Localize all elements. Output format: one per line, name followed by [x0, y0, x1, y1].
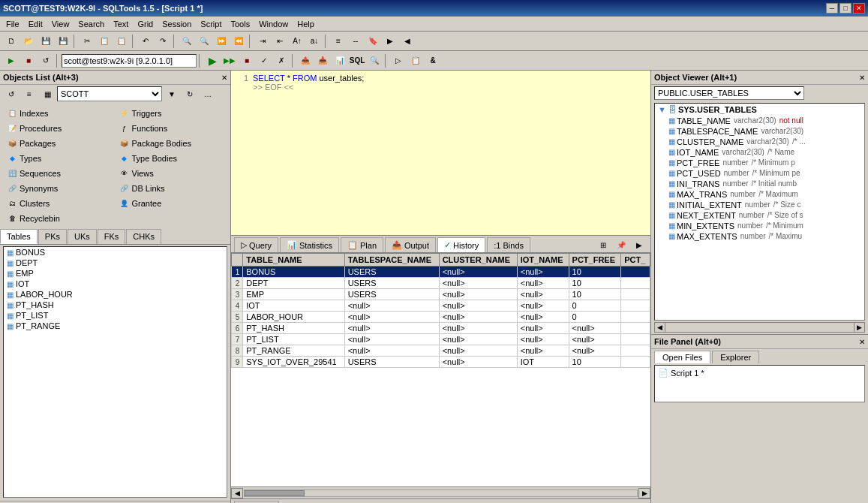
open-file-button[interactable]: 📂 — [20, 34, 37, 49]
tab-query[interactable]: ▷ Query — [234, 237, 278, 252]
tab-tables[interactable]: Tables — [0, 229, 38, 244]
sql-button[interactable]: SQL — [349, 53, 365, 68]
db-links-button[interactable]: 🔗 DB Links — [116, 181, 228, 196]
horizontal-scrollbar[interactable]: ◀ ▶ — [231, 486, 650, 498]
packages-button[interactable]: 📦 Packages — [3, 136, 116, 151]
list-view-button[interactable]: ≡ — [21, 86, 38, 101]
menu-tools[interactable]: Tools — [226, 18, 254, 30]
table-row[interactable]: 9 SYS_IOT_OVER_29541 USERS <null> IOT 10 — [232, 357, 650, 368]
menu-search[interactable]: Search — [74, 18, 109, 30]
grantee-button[interactable]: 👤 Grantee — [116, 196, 228, 211]
explain-button[interactable]: 📋 — [407, 53, 424, 68]
object-button[interactable]: 🔍 — [366, 53, 383, 68]
tree-col-min-extents[interactable]: ▦ MIN_EXTENTS number /* Minimum — [667, 221, 864, 231]
detail-view-button[interactable]: ▦ — [39, 86, 56, 101]
tree-col-cluster[interactable]: ▦ CLUSTER_NAME varchar2(30) /* ... — [667, 137, 864, 147]
connection-display[interactable] — [62, 54, 197, 68]
menu-text[interactable]: Text — [109, 18, 133, 30]
export-button[interactable]: 📤 — [297, 53, 314, 68]
scrollbar-track[interactable] — [244, 489, 638, 497]
functions-button[interactable]: ƒ Functions — [116, 121, 228, 136]
more-button[interactable]: ▶ — [631, 237, 647, 252]
tab-output[interactable]: 📤 Output — [385, 237, 436, 252]
disconnect-button[interactable]: ■ — [20, 53, 37, 68]
file-item-script1[interactable]: 📄 Script 1 * — [656, 367, 863, 378]
triggers-button[interactable]: ⚡ Triggers — [116, 106, 228, 121]
table-row[interactable]: 3 EMP USERS <null> <null> 10 — [232, 289, 650, 300]
tab-fks[interactable]: FKs — [98, 229, 126, 244]
format-button[interactable]: ≡ — [330, 34, 347, 49]
tree-col-max-extents[interactable]: ▦ MAX_EXTENTS number /* Maximu — [667, 231, 864, 242]
new-file-button[interactable]: 🗋 — [3, 34, 20, 49]
table-row[interactable]: 7 PT_LIST <null> <null> <null> <null> — [232, 334, 650, 345]
pin-button[interactable]: 📌 — [613, 237, 629, 252]
sequences-button[interactable]: 🔢 Sequences — [3, 166, 116, 181]
grid-options-button[interactable]: ⊞ — [595, 237, 611, 252]
type-bodies-button[interactable]: ◆ Type Bodies — [116, 151, 228, 166]
close-button[interactable]: ✕ — [853, 3, 865, 14]
menu-help[interactable]: Help — [293, 18, 319, 30]
views-button[interactable]: 👁 Views — [116, 166, 228, 181]
find-prev-button[interactable]: ⏪ — [230, 34, 247, 49]
menu-file[interactable]: File — [2, 18, 24, 30]
scroll-right-button[interactable]: ▶ — [638, 488, 650, 498]
col-header-pct[interactable]: PCT_ — [621, 254, 650, 267]
tree-expand-root[interactable]: ▼ — [658, 105, 666, 114]
tab-binds[interactable]: :1 Binds — [487, 237, 530, 252]
clusters-button[interactable]: 🗂 Clusters — [3, 196, 116, 211]
tab-explorer[interactable]: Explorer — [712, 351, 759, 363]
import-button[interactable]: 📥 — [314, 53, 331, 68]
grid-export-button[interactable]: 📊 — [332, 53, 348, 68]
col-header-pct-free[interactable]: PCT_FREE — [569, 254, 621, 267]
tree-col-ini-trans[interactable]: ▦ INI_TRANS number /* Initial numb — [667, 179, 864, 189]
menu-edit[interactable]: Edit — [24, 18, 47, 30]
tree-col-next-extent[interactable]: ▦ NEXT_EXTENT number /* Size of s — [667, 210, 864, 221]
rollback-button[interactable]: ✗ — [273, 53, 290, 68]
results-grid-wrapper[interactable]: TABLE_NAME TABLESPACE_NAME CLUSTER_NAME … — [231, 253, 650, 486]
tab-chks[interactable]: CHKs — [126, 229, 161, 244]
bookmark-button[interactable]: 🔖 — [365, 34, 381, 49]
comment-button[interactable]: -- — [347, 34, 364, 49]
col-header-table-name[interactable]: TABLE_NAME — [243, 254, 344, 267]
menu-grid[interactable]: Grid — [133, 18, 158, 30]
tree-scroll-right[interactable]: ▶ — [854, 323, 864, 332]
tab-plan[interactable]: 📋 Plan — [341, 237, 383, 252]
tree-col-iot[interactable]: ▦ IOT_NAME varchar2(30) /* Name — [667, 147, 864, 158]
list-item-labor-hour[interactable]: ▦ LABOR_HOUR — [4, 289, 227, 300]
menu-view[interactable]: View — [47, 18, 74, 30]
scrollbar-thumb[interactable] — [245, 490, 305, 496]
execute-button[interactable]: ▶ — [204, 53, 221, 68]
editor-content[interactable]: SELECT * FROM user_tables; >> EOF << — [253, 74, 364, 92]
list-item-bonus[interactable]: ▦ BONUS — [4, 247, 227, 258]
tree-scroll-track[interactable] — [665, 323, 854, 332]
col-header-tablespace[interactable]: TABLESPACE_NAME — [344, 254, 439, 267]
bookmark-next-button[interactable]: ▶ — [382, 34, 398, 49]
commit-button[interactable]: ✓ — [256, 53, 272, 68]
tab-open-files[interactable]: Open Files — [654, 351, 710, 363]
uppercase-button[interactable]: A↑ — [289, 34, 305, 49]
tree-col-pct-free[interactable]: ▦ PCT_FREE number /* Minimum p — [667, 158, 864, 168]
schema-selector[interactable]: SCOTT — [57, 86, 162, 101]
tree-scrollbar[interactable]: ◀ ▶ — [654, 322, 865, 333]
file-panel-close[interactable]: ✕ — [859, 338, 865, 346]
copy-button[interactable]: 📋 — [96, 34, 113, 49]
object-viewer-selector[interactable]: PUBLIC.USER_TABLES — [654, 86, 804, 100]
stop-button[interactable]: ■ — [239, 53, 255, 68]
col-header-iot[interactable]: IOT_NAME — [517, 254, 569, 267]
indexes-button[interactable]: 📋 Indexes — [3, 106, 116, 121]
table-list[interactable]: ▦ BONUS ▦ DEPT ▦ EMP ▦ IOT ▦ LABOR_HOUR … — [3, 246, 227, 498]
list-item-pt-range[interactable]: ▦ PT_RANGE — [4, 321, 227, 331]
tree-col-tablespace[interactable]: ▦ TABLESPACE_NAME varchar2(30) — [667, 126, 864, 137]
tab-statistics[interactable]: 📊 Statistics — [280, 237, 339, 252]
recyclebin-button[interactable]: 🗑 Recyclebin — [3, 211, 116, 226]
tab-pks[interactable]: PKs — [38, 229, 67, 244]
undo-button[interactable]: ↶ — [137, 34, 154, 49]
col-header-cluster[interactable]: CLUSTER_NAME — [439, 254, 517, 267]
package-bodies-button[interactable]: 📦 Package Bodies — [116, 136, 228, 151]
table-row[interactable]: 5 LABOR_HOUR <null> <null> <null> 0 — [232, 312, 650, 323]
table-row[interactable]: 4 IOT <null> <null> <null> 0 — [232, 300, 650, 312]
minimize-button[interactable]: ─ — [826, 3, 838, 14]
scroll-left-button[interactable]: ◀ — [231, 488, 243, 498]
ampersand-button[interactable]: & — [425, 53, 441, 68]
table-row[interactable]: 6 PT_HASH <null> <null> <null> <null> — [232, 323, 650, 334]
